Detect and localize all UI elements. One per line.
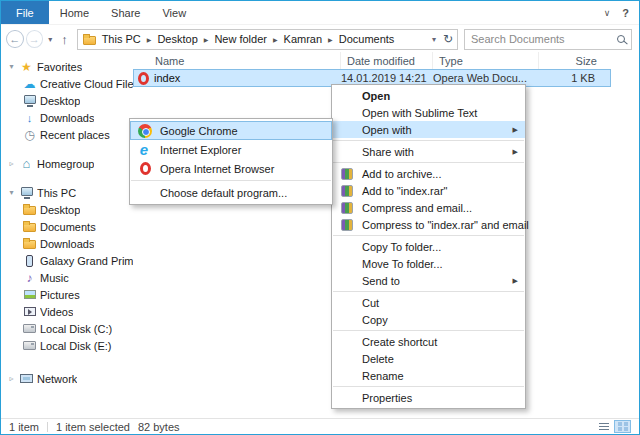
menu-item-open[interactable]: Open xyxy=(332,87,525,104)
menu-item-send-to[interactable]: Send to▶ xyxy=(332,272,525,289)
menu-item-share-with[interactable]: Share with▶ xyxy=(332,143,525,160)
breadcrumb-item[interactable]: Kamran xyxy=(280,33,327,45)
breadcrumb-item[interactable]: Desktop xyxy=(153,33,201,45)
sidebar-item-pc-downloads[interactable]: Downloads xyxy=(1,235,133,252)
tab-home[interactable]: Home xyxy=(49,1,100,24)
sidebar-item-downloads[interactable]: ↓ Downloads xyxy=(1,109,133,126)
breadcrumb-item[interactable]: Documents xyxy=(335,33,399,45)
winrar-icon xyxy=(339,166,355,182)
sidebar-item-pc-documents[interactable]: Documents xyxy=(1,218,133,235)
menu-item-copy-to-folder[interactable]: Copy To folder... xyxy=(332,238,525,255)
winrar-icon xyxy=(339,200,355,216)
menu-item-properties[interactable]: Properties xyxy=(332,389,525,406)
sidebar-item-label: Network xyxy=(37,373,77,385)
breadcrumb-item[interactable]: New folder xyxy=(210,33,271,45)
tab-view[interactable]: View xyxy=(151,1,197,24)
menu-item-move-to-folder[interactable]: Move To folder... xyxy=(332,255,525,272)
menu-item-copy[interactable]: Copy xyxy=(332,311,525,328)
downloads-arrow-icon: ↓ xyxy=(22,111,37,125)
network-icon xyxy=(19,372,34,386)
sidebar-item-pc-desktop[interactable]: Desktop xyxy=(1,201,133,218)
submenu-item-internet-explorer[interactable]: Internet Explorer xyxy=(130,140,332,159)
navigation-bar: ← → ▾ ↑ This PC ▶ Desktop ▶ New folder ▶… xyxy=(1,26,639,52)
sidebar-item-homegroup[interactable]: ▹ ⌂ Homegroup xyxy=(1,155,133,172)
desktop-monitor-icon xyxy=(22,94,37,108)
submenu-arrow-icon: ▶ xyxy=(513,148,518,156)
submenu-arrow-icon: ▶ xyxy=(513,126,518,134)
menu-item-add-to-index-rar[interactable]: Add to "index.rar" xyxy=(332,182,525,199)
menu-item-cut[interactable]: Cut xyxy=(332,294,525,311)
sidebar-item-music[interactable]: ♪ Music xyxy=(1,269,133,286)
recent-locations-dropdown-icon[interactable]: ▾ xyxy=(45,35,55,44)
breadcrumb-separator-icon[interactable]: ▶ xyxy=(146,36,153,43)
refresh-icon[interactable]: ↻ xyxy=(443,32,453,46)
sidebar-item-label: Creative Cloud Files xyxy=(40,78,133,90)
menu-separator xyxy=(333,291,524,292)
large-icons-view-button[interactable] xyxy=(614,420,631,433)
menu-item-compress-and-email[interactable]: Compress and email... xyxy=(332,199,525,216)
sidebar-item-desktop[interactable]: Desktop xyxy=(1,92,133,109)
address-dropdown-icon[interactable]: ▾ xyxy=(432,35,436,44)
help-icon[interactable]: ? xyxy=(622,7,629,19)
sidebar-item-local-disk-e[interactable]: Local Disk (E:) xyxy=(1,337,133,354)
menu-item-open-with-sublime-text[interactable]: Open with Sublime Text xyxy=(332,104,525,121)
search-input[interactable] xyxy=(471,33,613,45)
expand-ribbon-icon[interactable]: ∨ xyxy=(604,8,611,18)
search-box[interactable] xyxy=(464,29,632,50)
address-bar[interactable]: This PC ▶ Desktop ▶ New folder ▶ Kamran … xyxy=(77,29,458,50)
column-header-size[interactable]: Size xyxy=(539,52,603,69)
sidebar-item-label: Documents xyxy=(40,221,96,233)
menu-item-delete[interactable]: Delete xyxy=(332,350,525,367)
back-button[interactable]: ← xyxy=(6,30,24,48)
sidebar-item-local-disk-c[interactable]: Local Disk (C:) xyxy=(1,320,133,337)
column-header-date-modified[interactable]: Date modified xyxy=(341,52,433,69)
menu-item-open-with[interactable]: Open with▶ xyxy=(332,121,525,138)
tree-expanded-icon[interactable]: ▾ xyxy=(7,188,16,197)
explorer-window: File Home Share View ∨ ? ← → ▾ ↑ This PC… xyxy=(0,0,640,435)
status-divider xyxy=(47,422,48,432)
submenu-item-choose-default-program[interactable]: Choose default program... xyxy=(130,183,332,202)
sidebar-item-this-pc[interactable]: ▾ This PC xyxy=(1,184,133,201)
menu-item-compress-to-index-rar-and-email[interactable]: Compress to "index.rar" and email xyxy=(332,216,525,233)
breadcrumb-separator-icon[interactable]: ▶ xyxy=(327,36,334,43)
breadcrumb-separator-icon[interactable]: ▶ xyxy=(272,36,279,43)
sidebar-item-creative-cloud-files[interactable]: ☁ Creative Cloud Files xyxy=(1,75,133,92)
column-header-name[interactable]: Name xyxy=(133,52,341,69)
selection-count: 1 item selected xyxy=(56,421,130,433)
search-icon[interactable] xyxy=(617,35,625,43)
sidebar-item-recent-places[interactable]: ◷ Recent places xyxy=(1,126,133,143)
up-button[interactable]: ↑ xyxy=(55,32,74,47)
location-folder-icon xyxy=(82,32,97,46)
submenu-item-google-chrome[interactable]: Google Chrome xyxy=(130,121,332,140)
menu-item-add-to-archive[interactable]: Add to archive... xyxy=(332,165,525,182)
sidebar-item-network[interactable]: ▹ Network xyxy=(1,370,133,387)
favorites-star-icon: ★ xyxy=(19,60,34,74)
forward-button[interactable]: → xyxy=(26,30,44,48)
sidebar-item-favorites[interactable]: ▾ ★ Favorites xyxy=(1,58,133,75)
details-view-button[interactable] xyxy=(595,420,612,433)
tree-collapsed-icon[interactable]: ▹ xyxy=(7,159,16,168)
menu-item-rename[interactable]: Rename xyxy=(332,367,525,384)
sidebar-item-pictures[interactable]: Pictures xyxy=(1,286,133,303)
menu-separator xyxy=(333,162,524,163)
column-header-type[interactable]: Type xyxy=(433,52,539,69)
sidebar-item-videos[interactable]: Videos xyxy=(1,303,133,320)
tab-share[interactable]: Share xyxy=(100,1,151,24)
tab-file[interactable]: File xyxy=(1,1,49,24)
homegroup-house-icon: ⌂ xyxy=(19,157,34,171)
submenu-item-opera-internet-browser[interactable]: Opera Internet Browser xyxy=(130,159,332,178)
sidebar-item-galaxy-grand-prime[interactable]: Galaxy Grand Prime xyxy=(1,252,133,269)
menu-item-create-shortcut[interactable]: Create shortcut xyxy=(332,333,525,350)
sidebar-item-label: Music xyxy=(40,272,69,284)
folder-icon xyxy=(22,237,37,251)
sidebar: ▾ ★ Favorites ☁ Creative Cloud Files Des… xyxy=(1,52,133,418)
breadcrumb-item[interactable]: This PC xyxy=(98,33,145,45)
disk-drive-icon xyxy=(22,322,37,336)
sidebar-item-label: This PC xyxy=(37,187,76,199)
file-name: index xyxy=(154,72,180,84)
tree-expanded-icon[interactable]: ▾ xyxy=(7,62,16,71)
sidebar-item-label: Videos xyxy=(40,306,73,318)
clock-icon: ◷ xyxy=(22,128,37,142)
tree-collapsed-icon[interactable]: ▹ xyxy=(7,374,16,383)
breadcrumb-separator-icon[interactable]: ▶ xyxy=(203,36,210,43)
